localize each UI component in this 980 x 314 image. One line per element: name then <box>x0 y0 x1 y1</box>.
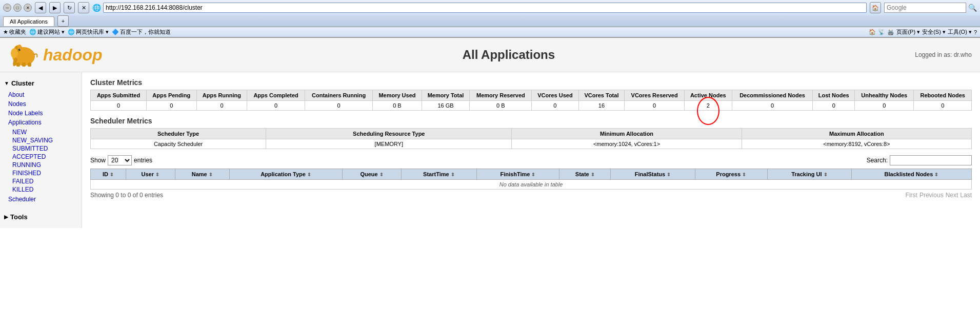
svg-rect-10 <box>13 61 16 66</box>
apps-col-finishtime[interactable]: FinishTime ⇕ <box>476 169 559 180</box>
entries-select[interactable]: 10 20 25 50 100 <box>108 155 132 165</box>
address-bar-container: 🌐 <box>92 3 867 13</box>
apps-col-blacklisted[interactable]: Blacklisted Nodes ⇕ <box>851 169 971 180</box>
pagination-info: Showing 0 to 0 of 0 entries <box>90 192 163 199</box>
help-button[interactable]: ? <box>974 29 977 35</box>
pagination-buttons: First Previous Next Last <box>906 192 972 199</box>
main-layout: ▼ Cluster About Nodes Node Labels Applic… <box>0 72 980 228</box>
apps-col-tracking[interactable]: Tracking UI ⇕ <box>767 169 851 180</box>
col-apps-pending: Apps Pending <box>147 90 196 101</box>
sidebar-sublink-failed[interactable]: FAILED <box>0 177 82 185</box>
col-vcores-reserved: VCores Reserved <box>625 90 685 101</box>
sidebar-link-node-labels[interactable]: Node Labels <box>0 109 82 118</box>
sched-col-type: Scheduler Type <box>91 129 266 139</box>
address-icon: 🌐 <box>92 4 101 12</box>
finishtime-sort-icon: ⇕ <box>531 172 535 177</box>
val-rebooted-nodes: 0 <box>914 101 972 111</box>
tools-section-header[interactable]: ▶ Tools <box>0 211 82 223</box>
cluster-section-header[interactable]: ▼ Cluster <box>0 77 82 89</box>
apps-col-progress[interactable]: Progress ⇕ <box>695 169 767 180</box>
forward-button[interactable]: ▶ <box>49 2 61 13</box>
hadoop-elephant-icon <box>8 42 39 68</box>
hadoop-text: hadoop <box>43 46 103 65</box>
hadoop-logo <box>8 42 39 68</box>
starttime-sort-icon: ⇕ <box>451 172 455 177</box>
user-sort-icon: ⇕ <box>155 172 159 177</box>
previous-button[interactable]: Previous <box>919 192 944 199</box>
favorites-button[interactable]: ★ 收藏夹 <box>3 28 26 36</box>
home-ie-button[interactable]: 🏠 <box>869 29 876 35</box>
no-data-message: No data available in table <box>91 180 972 190</box>
home-button[interactable]: 🏠 <box>870 2 881 13</box>
apps-table: ID ⇕ User ⇕ Name ⇕ Application Type ⇕ Qu… <box>90 169 972 190</box>
col-vcores-total: VCores Total <box>578 90 625 101</box>
col-active-nodes: Active Nodes <box>684 90 732 101</box>
next-button[interactable]: Next <box>946 192 958 199</box>
search-label: Search: <box>867 157 888 164</box>
cluster-metrics-table: Apps Submitted Apps Pending Apps Running… <box>90 90 972 111</box>
apps-search-input[interactable] <box>890 155 972 165</box>
address-input[interactable] <box>103 3 867 13</box>
sidebar-sublink-new[interactable]: NEW <box>0 128 82 136</box>
col-apps-completed: Apps Completed <box>247 90 305 101</box>
sidebar-sublink-running[interactable]: RUNNING <box>0 161 82 169</box>
apps-col-finalstatus[interactable]: FinalStatus ⇕ <box>611 169 695 180</box>
sched-val-max-alloc: <memory:8192, vCores:8> <box>742 139 971 149</box>
apps-col-starttime[interactable]: StartTime ⇕ <box>401 169 476 180</box>
back-button[interactable]: ◀ <box>35 2 46 13</box>
pagination-row: Showing 0 to 0 of 0 entries First Previo… <box>90 192 972 199</box>
safety-menu-button[interactable]: 安全(S) ▾ <box>922 28 946 36</box>
refresh-button[interactable]: ↻ <box>64 2 75 13</box>
search-right: Search: <box>867 155 972 165</box>
sidebar-link-applications[interactable]: Applications <box>0 118 82 127</box>
ie-toolbar-left: ★ 收藏夹 🌐 建议网站 ▾ 🌐 网页快讯库 ▾ 🔷 百度一下，你就知道 <box>3 28 171 36</box>
web-slice-button[interactable]: 🌐 网页快讯库 ▾ <box>68 28 109 36</box>
sched-val-type: Capacity Scheduler <box>91 139 266 149</box>
col-apps-running: Apps Running <box>196 90 247 101</box>
sidebar-sublink-accepted[interactable]: ACCEPTED <box>0 153 82 161</box>
new-tab-button[interactable]: + <box>57 15 69 27</box>
first-button[interactable]: First <box>906 192 917 199</box>
minimize-button[interactable]: ─ <box>3 4 11 12</box>
apps-col-state[interactable]: State ⇕ <box>559 169 611 180</box>
close-button[interactable]: ✕ <box>24 4 32 12</box>
val-apps-submitted: 0 <box>91 101 147 111</box>
active-tab[interactable]: All Applications <box>3 16 54 26</box>
id-sort-icon: ⇕ <box>110 172 114 177</box>
sidebar-link-scheduler[interactable]: Scheduler <box>0 195 82 204</box>
col-memory-used: Memory Used <box>373 90 422 101</box>
val-active-nodes: 2 <box>684 101 732 111</box>
sched-val-min-alloc: <memory:1024, vCores:1> <box>512 139 742 149</box>
type-sort-icon: ⇕ <box>307 172 311 177</box>
col-memory-total: Memory Total <box>422 90 470 101</box>
page-menu-button[interactable]: 页面(P) ▾ <box>896 28 920 36</box>
sidebar-sublink-killed[interactable]: KILLED <box>0 185 82 194</box>
apps-col-id[interactable]: ID ⇕ <box>91 169 126 180</box>
sidebar-link-nodes[interactable]: Nodes <box>0 99 82 109</box>
sidebar-link-about[interactable]: About <box>0 90 82 99</box>
sidebar-sublink-new-saving[interactable]: NEW_SAVING <box>0 136 82 144</box>
rss-button[interactable]: 📡 <box>878 29 885 35</box>
suggested-sites-button[interactable]: 🌐 建议网站 ▾ <box>29 28 65 36</box>
tools-menu-button[interactable]: 工具(O) ▾ <box>948 28 972 36</box>
apps-col-queue[interactable]: Queue ⇕ <box>343 169 402 180</box>
app-sublinks: NEW NEW_SAVING SUBMITTED ACCEPTED RUNNIN… <box>0 127 82 195</box>
baidu-button[interactable]: 🔷 百度一下，你就知道 <box>112 28 171 36</box>
state-sort-icon: ⇕ <box>591 172 595 177</box>
sidebar-sublink-finished[interactable]: FINISHED <box>0 169 82 177</box>
apps-col-user[interactable]: User ⇕ <box>126 169 175 180</box>
cluster-label: Cluster <box>11 79 34 87</box>
last-button[interactable]: Last <box>960 192 972 199</box>
page-title: All Applications <box>103 48 915 62</box>
apps-col-type[interactable]: Application Type ⇕ <box>229 169 342 180</box>
browser-search-input[interactable] <box>884 3 966 13</box>
scheduler-metrics-title: Scheduler Metrics <box>90 117 972 125</box>
print-button[interactable]: 🖨️ <box>887 29 894 35</box>
cluster-arrow-icon: ▼ <box>4 80 9 86</box>
browser-search-icon[interactable]: 🔍 <box>968 4 977 12</box>
stop-button[interactable]: ✕ <box>78 2 89 13</box>
val-memory-used: 0 B <box>373 101 422 111</box>
apps-col-name[interactable]: Name ⇕ <box>175 169 229 180</box>
restore-button[interactable]: □ <box>13 4 22 12</box>
sidebar-sublink-submitted[interactable]: SUBMITTED <box>0 144 82 153</box>
